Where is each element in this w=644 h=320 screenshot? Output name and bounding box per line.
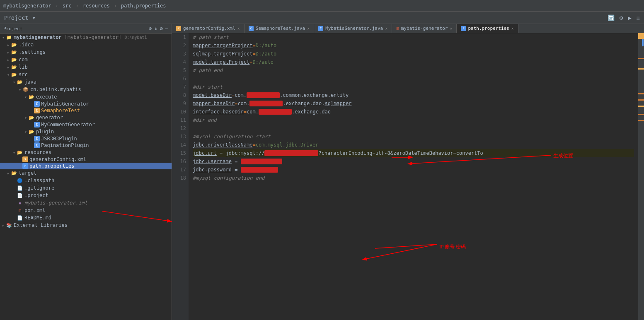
gitignore-icon: 📄: [17, 185, 23, 191]
tab-close-button[interactable]: ✕: [307, 26, 310, 31]
tree-item-path-properties[interactable]: P path.properties: [0, 163, 172, 169]
tree-item[interactable]: 📄 .gitignore: [0, 184, 172, 192]
code-assign: =: [253, 141, 256, 149]
tree-item[interactable]: 📂 target: [0, 169, 172, 177]
tab-close-button[interactable]: ✕: [385, 26, 387, 31]
code-key: .common.exchange.entity: [280, 91, 349, 99]
sidebar: Project ⊕ ↕ ⚙ — 📁 mybatisgenerator [myba…: [0, 24, 172, 320]
tab-semaphoretest[interactable]: C SemaphoreTest.java ✕: [245, 24, 314, 33]
arrow-icon: [6, 65, 11, 70]
tab-generatorconfig[interactable]: X generatorConfig.xml ✕: [172, 24, 245, 33]
tree-item[interactable]: 📂 java: [0, 78, 172, 86]
tree-item[interactable]: C SemaphoreTest: [0, 107, 172, 114]
tree-item[interactable]: 📦 cn.belink.mybatis: [0, 86, 172, 93]
tree-item[interactable]: 📂 execute: [0, 93, 172, 101]
tree-item[interactable]: 📄 .project: [0, 192, 172, 199]
tab-close-button[interactable]: ✕: [511, 26, 514, 31]
file-label: path.properties: [29, 163, 74, 169]
code-line-13: #mysql configuration start: [193, 132, 634, 141]
tree-item[interactable]: 📚 External Libraries: [0, 221, 172, 229]
tree-item[interactable]: X generatorConfig.xml: [0, 156, 172, 163]
settings-icon[interactable]: ⚙: [618, 14, 625, 22]
folder-icon: 📂: [17, 79, 23, 85]
tree-item[interactable]: C MyCommentGenerator: [0, 121, 172, 128]
tree-item[interactable]: C MybatisGenerator: [0, 101, 172, 107]
tree-item[interactable]: 📂 src: [0, 71, 172, 78]
redacted-span: [247, 92, 280, 98]
breadcrumb-resources: resources: [83, 3, 110, 9]
file-label: pom.xml: [24, 207, 46, 213]
tree-item[interactable]: 🔵 .classpath: [0, 177, 172, 184]
code-editor[interactable]: # path start mapper.targetProject=D:/aut…: [189, 33, 638, 320]
tab-maven[interactable]: m mybatis-generator ✕: [392, 24, 457, 33]
run-icon[interactable]: ▶: [626, 14, 633, 22]
line-num: 1: [174, 33, 186, 41]
sidebar-icon-1[interactable]: ⊕: [149, 26, 152, 31]
tree-item[interactable]: 📂 com: [0, 56, 172, 63]
sidebar-icon-2[interactable]: ↕: [154, 26, 157, 31]
tab-close-button[interactable]: ✕: [450, 26, 452, 31]
folder-icon: 📂: [28, 128, 35, 135]
tree-item[interactable]: 📂 resources: [0, 149, 172, 156]
tree-item[interactable]: C JSR303Plugin: [0, 135, 172, 142]
tree-item[interactable]: 📁 mybatisgenerator [mybatis-generator] D…: [0, 34, 172, 41]
folder-label: generator: [36, 115, 63, 120]
tree-item[interactable]: C PaginationPlugin: [0, 142, 172, 149]
tree-item[interactable]: 📂 .idea: [0, 41, 172, 48]
tab-close-button[interactable]: ✕: [237, 26, 240, 31]
project-icon: 📁: [6, 34, 12, 41]
code-key: =: [217, 149, 226, 157]
code-line-12: [193, 124, 634, 132]
code-key: interface.baseDir: [193, 108, 244, 116]
tab-path-properties[interactable]: P path.properties ✕: [457, 24, 518, 33]
tab-label: MybatisGenerator.java: [325, 26, 383, 31]
code-line-18: #mysql configuration end: [193, 174, 634, 182]
folder-icon: 📂: [11, 71, 17, 78]
code-key: jdbc.username: [193, 157, 232, 166]
project-label: mybatisgenerator [mybatis-generator] D:\…: [14, 34, 147, 40]
tree-item[interactable]: 📂 plugin: [0, 128, 172, 135]
scroll-indicator-yellow: [638, 33, 644, 39]
line-num: 16: [174, 157, 186, 166]
tree-item[interactable]: 📂 generator: [0, 114, 172, 121]
tree-item[interactable]: 📄 README.md: [0, 214, 172, 221]
code-key: sqlmapper: [324, 99, 351, 108]
folder-icon: 📂: [11, 64, 17, 70]
tree-item[interactable]: 📂 lib: [0, 63, 172, 71]
sidebar-icon-3[interactable]: ⚙: [160, 26, 163, 31]
code-assign: =: [244, 108, 247, 116]
right-scrollbar[interactable]: [638, 33, 644, 320]
code-assign: =: [253, 50, 256, 58]
line-num: 15: [174, 149, 186, 157]
package-icon: 📦: [22, 86, 29, 93]
redacted-span: [241, 167, 278, 173]
code-assign: =: [232, 91, 235, 99]
tree-item[interactable]: 📂 .settings: [0, 48, 172, 56]
editor-content: 1 2 3 4 5 6 7 8 9 10 11 12 13 14 15 16 1…: [172, 33, 644, 320]
folder-label: execute: [36, 94, 57, 100]
folder-icon: 📂: [11, 170, 17, 176]
project-dropdown[interactable]: Project ▾: [2, 14, 37, 22]
code-line-5: # path end: [193, 66, 634, 75]
sync-icon[interactable]: 🔄: [606, 14, 616, 22]
code-comment: # path end: [193, 66, 223, 75]
tab-mybatisgenerator[interactable]: C MybatisGenerator.java ✕: [314, 24, 392, 33]
file-label: JSR303Plugin: [41, 136, 77, 142]
tab-icon: X: [176, 26, 181, 31]
code-line-9: mapper.baseDir=com..exchange.dao.sqlmapp…: [193, 99, 634, 108]
sidebar-icon-4[interactable]: —: [165, 26, 168, 31]
code-key: com.: [247, 108, 259, 116]
title-bar: mybatisgenerator › src › resources › pat…: [0, 0, 644, 12]
code-key: sqlmap.targetProject: [193, 50, 253, 58]
line-num: 7: [174, 83, 186, 91]
line-num: 2: [174, 41, 186, 50]
code-assign: =: [253, 41, 256, 50]
scroll-mark-2: [638, 68, 644, 70]
tab-label: generatorConfig.xml: [183, 26, 235, 31]
code-key: model.targetProject: [193, 58, 249, 66]
tree-item[interactable]: m pom.xml: [0, 207, 172, 214]
tree-item[interactable]: ▪ mybatis-generator.iml: [0, 199, 172, 207]
file-label: generatorConfig.xml: [29, 156, 86, 162]
file-label: PaginationPlugin: [41, 142, 89, 148]
more-icon[interactable]: ≡: [635, 14, 642, 22]
